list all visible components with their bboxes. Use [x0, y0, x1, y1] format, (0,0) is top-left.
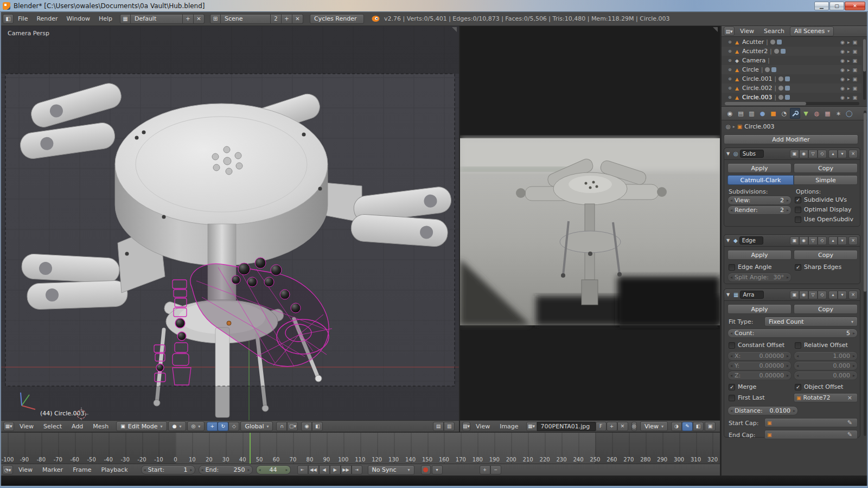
editor-type-button[interactable]: ◧: [3, 14, 14, 24]
viewport-visibility-icon[interactable]: ◉: [799, 291, 808, 299]
constant-offset-z-field[interactable]: ◂Z: 0.00000▸: [727, 371, 792, 380]
jump-to-start-button[interactable]: ⇤: [297, 465, 308, 474]
renderable-toggle-icon[interactable]: ▣: [852, 40, 857, 45]
tab-constraints[interactable]: ◔: [779, 108, 789, 119]
move-down-icon[interactable]: ▾: [838, 236, 847, 245]
renderable-toggle-icon[interactable]: ▣: [852, 49, 857, 54]
snap-magnet-icon[interactable]: ∩: [276, 422, 287, 431]
renderable-toggle-icon[interactable]: ▣: [852, 86, 857, 91]
image-menu-image[interactable]: Image: [495, 423, 522, 430]
pin-icon[interactable]: ◎: [726, 124, 731, 130]
expand-icon[interactable]: ⊕: [728, 67, 733, 72]
prev-keyframe-button[interactable]: ◀◀: [308, 465, 319, 474]
play-reverse-button[interactable]: ◀: [319, 465, 330, 474]
collapse-icon[interactable]: ▼: [726, 292, 732, 297]
renderable-toggle-icon[interactable]: ▣: [852, 67, 857, 73]
constant-offset-checkbox[interactable]: Constant Offset: [729, 342, 784, 349]
outliner-horizontal-scrollbar[interactable]: [725, 102, 859, 105]
render-opengl-icon[interactable]: ▤: [433, 422, 444, 431]
menu-help[interactable]: Help: [94, 15, 117, 22]
timeline-menu-marker[interactable]: Marker: [38, 466, 67, 473]
frame-end-field[interactable]: ◂End: 250▸: [199, 465, 253, 474]
image-new-button[interactable]: +: [607, 422, 617, 431]
relative-offset-z-field[interactable]: ◂0.000▸: [794, 371, 858, 380]
insert-keyframe-button[interactable]: +: [480, 465, 490, 474]
manipulator-scale-icon[interactable]: ◇: [228, 422, 239, 431]
viewport-visibility-icon[interactable]: ◉: [799, 150, 808, 158]
subsurf-copy-button[interactable]: Copy: [794, 163, 858, 173]
viewport-menu-view[interactable]: View: [15, 423, 38, 430]
outliner-editor-type-button[interactable]: ▤▾: [724, 27, 735, 36]
close-button[interactable]: ✕: [845, 2, 865, 10]
outliner-menu-view[interactable]: View: [736, 28, 758, 35]
edge-angle-checkbox[interactable]: Edge Angle: [729, 264, 771, 271]
expand-icon[interactable]: ⊕: [728, 86, 733, 91]
orientation-dropdown[interactable]: Global▾: [240, 421, 273, 431]
move-down-icon[interactable]: ▾: [838, 291, 847, 299]
array-apply-button[interactable]: Apply: [727, 304, 792, 314]
relative-offset-checkbox[interactable]: Relative Offset: [795, 342, 848, 349]
viewport-visibility-icon[interactable]: ◉: [799, 236, 808, 245]
screen-layout-selector[interactable]: Default: [131, 14, 183, 24]
breadcrumb-object-name[interactable]: Circle.003: [744, 123, 774, 130]
hide-toggle-icon[interactable]: ◉: [840, 40, 845, 45]
tab-texture[interactable]: ▦: [822, 108, 833, 119]
offset-object-field[interactable]: ▣ Rotate72 ×: [794, 393, 858, 402]
hide-toggle-icon[interactable]: ◉: [840, 76, 845, 82]
menu-window[interactable]: Window: [62, 15, 94, 22]
delete-modifier-icon[interactable]: ×: [848, 291, 858, 299]
hide-toggle-icon[interactable]: ◉: [840, 95, 845, 100]
simple-toggle[interactable]: Simple: [794, 175, 858, 185]
constant-offset-y-field[interactable]: ◂Y: 0.00000▸: [727, 361, 792, 370]
auto-keyframe-record-button[interactable]: [421, 465, 431, 474]
eyedropper-icon[interactable]: ✎: [847, 431, 852, 438]
selectable-toggle-icon[interactable]: ▸: [847, 86, 850, 91]
cage-icon[interactable]: ◇: [818, 291, 827, 299]
mask-mode-icon[interactable]: ◧: [693, 422, 704, 431]
move-up-icon[interactable]: ▴: [828, 150, 838, 158]
array-copy-button[interactable]: Copy: [794, 304, 858, 314]
timeline-menu-playback[interactable]: Playback: [97, 466, 132, 473]
catmull-clark-toggle[interactable]: Catmull-Clark: [727, 175, 794, 185]
viewport-3d[interactable]: Camera Persp (44) Circle.003: [1, 26, 459, 420]
properties-scrollbar[interactable]: [864, 111, 866, 436]
constant-offset-x-field[interactable]: ◂X: 0.00000▸: [727, 351, 792, 361]
edgesplit-copy-button[interactable]: Copy: [794, 250, 858, 260]
array-name-field[interactable]: Arra: [740, 291, 764, 299]
cage-icon[interactable]: ◇: [818, 236, 827, 245]
clear-object-icon[interactable]: ×: [847, 394, 852, 401]
timeline-menu-view[interactable]: View: [14, 466, 37, 473]
menu-file[interactable]: File: [14, 15, 32, 22]
selectable-toggle-icon[interactable]: ▸: [847, 76, 850, 82]
jump-to-end-button[interactable]: ⇥: [352, 465, 362, 474]
selectable-toggle-icon[interactable]: ▸: [847, 58, 850, 63]
delete-modifier-icon[interactable]: ×: [848, 236, 858, 245]
viewport-editor-type-button[interactable]: ▦▾: [3, 422, 14, 431]
outliner-item-circle.001[interactable]: ⊕▲Circle.001|◉▸▣: [722, 74, 861, 84]
edgesplit-name-field[interactable]: Edge: [739, 236, 763, 245]
optimal-display-checkbox[interactable]: Optimal Display: [795, 206, 852, 213]
hide-toggle-icon[interactable]: ◉: [840, 58, 845, 63]
snap-element-dropdown[interactable]: ▢▾: [287, 422, 298, 431]
scene-delete-button[interactable]: ✕: [292, 14, 303, 24]
eyedropper-icon[interactable]: ✎: [847, 419, 852, 426]
viewport-menu-select[interactable]: Select: [39, 423, 66, 430]
scene-icon[interactable]: ⊞: [210, 14, 221, 24]
title-bar[interactable]: Blender* [C:\Users\owales\Documents\0a V…: [0, 0, 868, 12]
keying-set-options-button[interactable]: ▾: [432, 465, 443, 474]
timeline-menu-frame[interactable]: Frame: [68, 466, 95, 473]
editor-resize-grip[interactable]: [452, 27, 457, 32]
window-left-border[interactable]: [0, 12, 1, 486]
hide-toggle-icon[interactable]: ◉: [840, 49, 845, 54]
edit-mode-visibility-icon[interactable]: ▽: [808, 236, 818, 245]
outliner-item-acutter2[interactable]: ⊕▲Acutter2|◉▸▣: [722, 47, 861, 56]
delete-keyframe-button[interactable]: −: [490, 465, 501, 474]
relative-offset-x-field[interactable]: ◂1.000▸: [794, 351, 858, 361]
pivot-dropdown[interactable]: ◎▾: [187, 421, 205, 431]
render-engine-dropdown[interactable]: Cycles Render: [310, 14, 364, 24]
expand-icon[interactable]: ⊕: [728, 40, 733, 44]
use-opensubdiv-checkbox[interactable]: Use OpenSubdiv: [795, 216, 853, 223]
outliner-scope-dropdown[interactable]: All Scenes▾: [790, 27, 834, 36]
render-subdivisions-field[interactable]: ◂Render: 2▸: [727, 206, 792, 215]
render-slot-icon[interactable]: ▣: [705, 422, 716, 431]
